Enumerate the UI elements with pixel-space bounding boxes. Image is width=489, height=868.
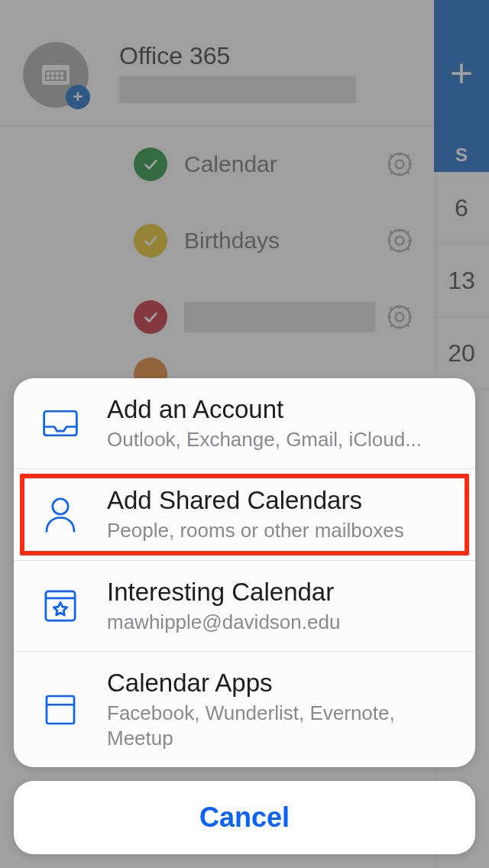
person-icon <box>40 494 81 535</box>
sheet-item-subtitle: Outlook, Exchange, Gmail, iCloud... <box>107 427 454 452</box>
svg-point-16 <box>53 499 68 514</box>
action-sheet: Add an Account Outlook, Exchange, Gmail,… <box>14 378 475 855</box>
svg-rect-18 <box>47 696 74 724</box>
calendar-app-icon <box>40 689 81 730</box>
cancel-button[interactable]: Cancel <box>14 781 475 854</box>
svg-rect-17 <box>46 591 75 620</box>
sheet-item-calendar-apps[interactable]: Calendar Apps Facebook, Wunderlist, Ever… <box>14 652 475 767</box>
sheet-item-title: Add Shared Calendars <box>107 486 454 515</box>
action-sheet-panel: Add an Account Outlook, Exchange, Gmail,… <box>14 378 475 768</box>
sheet-item-subtitle: People, rooms or other mailboxes <box>107 518 454 543</box>
sheet-item-subtitle: Facebook, Wunderlist, Evernote, Meetup <box>107 701 454 750</box>
star-calendar-icon <box>40 585 81 627</box>
sheet-item-add-account[interactable]: Add an Account Outlook, Exchange, Gmail,… <box>14 378 475 470</box>
sheet-item-subtitle: mawhipple@davidson.edu <box>107 610 454 635</box>
sheet-item-title: Add an Account <box>107 395 454 424</box>
sheet-item-add-shared[interactable]: Add Shared Calendars People, rooms or ot… <box>14 469 475 561</box>
sheet-item-interesting[interactable]: Interesting Calendar mawhipple@davidson.… <box>14 561 475 653</box>
sheet-item-title: Calendar Apps <box>107 669 454 698</box>
sheet-item-title: Interesting Calendar <box>107 578 454 607</box>
inbox-icon <box>40 403 81 444</box>
